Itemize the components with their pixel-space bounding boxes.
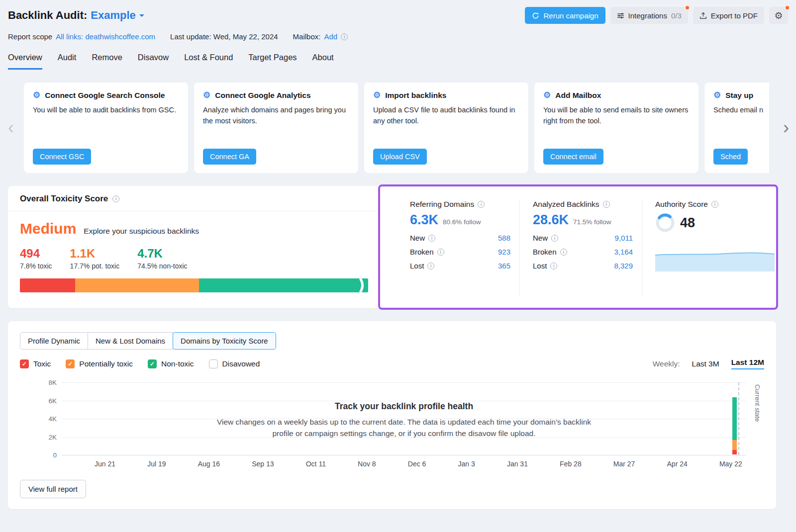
metric-row-broken: Broken 923	[410, 248, 510, 256]
legend-label: Potentially toxic	[79, 359, 133, 368]
metric-row-new: New 9,011	[533, 234, 633, 242]
potentially-toxic-bar-segment	[75, 278, 199, 292]
checkbox-non-toxic[interactable]	[148, 359, 157, 368]
mailbox-add-link[interactable]: Add	[324, 32, 337, 41]
legend-disavowed[interactable]: Disavowed	[209, 359, 260, 368]
x-tick: Aug 16	[198, 460, 220, 468]
gsc-gear-icon	[33, 91, 40, 100]
onboarding-carousel: Connect Google Search Console You will b…	[8, 83, 776, 173]
card-description: Analyze which domains and pages bring yo…	[203, 104, 349, 127]
carousel-prev-button[interactable]	[8, 119, 14, 137]
range-last-3m[interactable]: Last 3M	[692, 359, 719, 368]
checkbox-disavowed[interactable]	[209, 359, 218, 368]
connect-ga-button[interactable]: Connect GA	[203, 149, 256, 165]
checkbox-potentially-toxic[interactable]	[66, 359, 75, 368]
metric-row-value[interactable]: 588	[498, 234, 510, 242]
info-icon[interactable]	[560, 249, 567, 256]
legend-label: Disavowed	[222, 359, 260, 368]
metric-row-value[interactable]: 365	[498, 262, 510, 270]
report-scope-link[interactable]: All links: deathwishcoffee.com	[56, 32, 155, 41]
export-pdf-button[interactable]: Export to PDF	[693, 7, 764, 24]
tab-target-pages[interactable]: Target Pages	[248, 53, 297, 70]
info-icon[interactable]	[427, 263, 434, 269]
metric-row-value[interactable]: 8,329	[614, 262, 633, 270]
tab-audit[interactable]: Audit	[58, 53, 77, 70]
x-tick: Feb 28	[560, 460, 582, 468]
x-tick: May 22	[719, 460, 742, 468]
analyzed-backlinks-metric: Analyzed Backlinks 28.6K 71.5% follow Ne…	[519, 200, 642, 296]
metric-row-lost: Lost 365	[410, 262, 510, 270]
tab-disavow[interactable]: Disavow	[138, 53, 169, 70]
x-tick: Jul 19	[147, 460, 166, 468]
toxic-bar-segment	[20, 278, 75, 292]
header: Backlink Audit: Example Rerun campaign I…	[0, 0, 796, 41]
metric-row-label: New	[533, 234, 548, 242]
range-last-12m[interactable]: Last 12M	[731, 358, 764, 369]
metric-row-value[interactable]: 923	[498, 248, 510, 256]
y-tick: 0	[38, 451, 57, 459]
legend-non-toxic[interactable]: Non-toxic	[148, 359, 194, 368]
analyzed-backlinks-value[interactable]: 28.6K	[533, 212, 569, 228]
metric-row-label: New	[410, 234, 425, 242]
connect-gsc-button[interactable]: Connect GSC	[33, 149, 91, 165]
non-toxic-percent: 74.5% non-toxic	[137, 262, 187, 270]
card-description: Upload a CSV file to audit backlinks fou…	[373, 104, 519, 127]
schedule-button[interactable]: Sched	[713, 149, 748, 165]
info-icon[interactable]	[478, 201, 485, 208]
legend-toxic[interactable]: Toxic	[20, 359, 51, 368]
metric-row-label: Lost	[533, 262, 547, 270]
info-icon[interactable]	[603, 201, 610, 208]
tab-overview[interactable]: Overview	[8, 53, 42, 70]
project-selector[interactable]: Example	[91, 9, 136, 22]
checkbox-toxic[interactable]	[20, 359, 29, 368]
toxicity-title: Overall Toxicity Score	[20, 194, 108, 204]
tab-bar: Overview Audit Remove Disavow Lost & Fou…	[0, 53, 796, 70]
integrations-button[interactable]: Integrations 0/3	[610, 7, 688, 24]
ga-gear-icon	[203, 91, 210, 100]
info-icon[interactable]	[428, 235, 435, 242]
toxic-count: 494	[20, 247, 52, 261]
referring-domains-value[interactable]: 6.3K	[410, 212, 438, 228]
connect-email-button[interactable]: Connect email	[543, 149, 603, 165]
carousel-next-button[interactable]	[783, 119, 789, 137]
info-icon[interactable]	[341, 33, 348, 40]
rerun-campaign-label: Rerun campaign	[543, 11, 598, 20]
card-add-mailbox: Add Mailbox You will be able to send ema…	[534, 83, 698, 173]
toxic-stat: 494 7.8% toxic	[20, 247, 52, 270]
rerun-campaign-button[interactable]: Rerun campaign	[525, 7, 605, 24]
metric-row-lost: Lost 8,329	[533, 262, 633, 270]
info-icon[interactable]	[551, 235, 558, 242]
x-tick: Sep 13	[252, 460, 274, 468]
toxicity-subtitle: Explore your suspicious backlinks	[84, 227, 199, 236]
toggle-domains-by-toxicity[interactable]: Domains by Toxicity Score	[173, 332, 276, 350]
tab-about[interactable]: About	[312, 53, 334, 70]
summary-row: Overall Toxicity Score Medium Explore yo…	[8, 186, 776, 308]
x-tick: Apr 24	[667, 460, 688, 468]
info-icon[interactable]	[550, 263, 557, 269]
x-tick: Jan 31	[507, 460, 528, 468]
y-tick: 2K	[38, 433, 57, 441]
potentially-toxic-count: 1.1K	[70, 247, 120, 261]
tab-remove[interactable]: Remove	[92, 53, 122, 70]
profile-health-card: Profile Dynamic New & Lost Domains Domai…	[8, 321, 776, 509]
view-full-report-button[interactable]: View full report	[20, 480, 86, 498]
metric-row-value[interactable]: 9,011	[615, 234, 633, 242]
authority-score-metric: Authority Score 48	[642, 200, 764, 296]
settings-button[interactable]	[769, 7, 788, 24]
toggle-profile-dynamic[interactable]: Profile Dynamic	[20, 332, 88, 350]
x-tick: Oct 11	[306, 460, 326, 468]
chart-empty-message: Track your backlink profile health View …	[62, 401, 746, 440]
info-icon[interactable]	[437, 249, 444, 256]
info-icon[interactable]	[112, 195, 119, 202]
toggle-new-lost-domains[interactable]: New & Lost Domains	[88, 332, 173, 350]
upload-csv-button[interactable]: Upload CSV	[373, 149, 427, 165]
info-icon[interactable]	[711, 201, 718, 208]
legend-potentially-toxic[interactable]: Potentially toxic	[66, 359, 133, 368]
tab-lost-and-found[interactable]: Lost & Found	[184, 53, 233, 70]
metric-row-broken: Broken 3,164	[533, 248, 633, 256]
gear-icon	[713, 91, 721, 100]
card-title: Import backlinks	[385, 91, 446, 100]
card-connect-gsc: Connect Google Search Console You will b…	[24, 83, 188, 173]
gear-icon	[774, 10, 783, 21]
metric-row-value[interactable]: 3,164	[614, 248, 633, 256]
